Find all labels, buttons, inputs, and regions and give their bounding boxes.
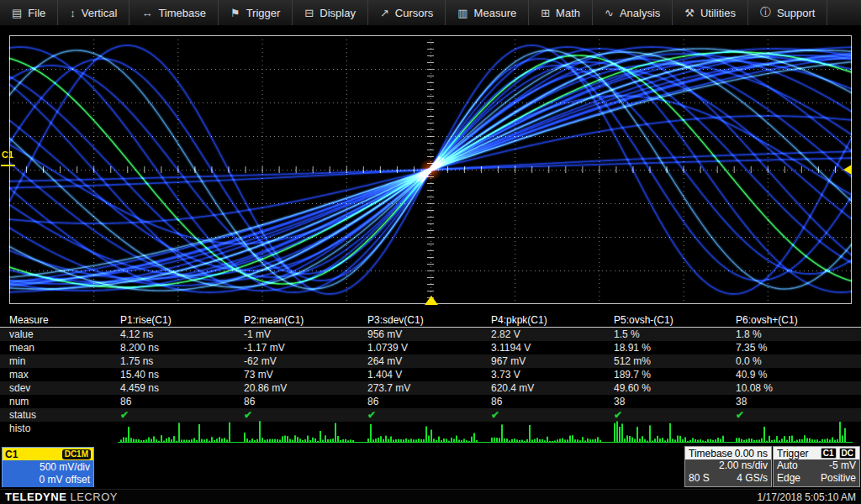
menu-label: Display	[320, 7, 356, 19]
status-check-icon: ✔	[367, 408, 491, 422]
measure-row-max: max15.40 ns73 mV1.404 V3.73 V189.7 %40.9…	[0, 368, 861, 381]
measure-value-cell: 967 mV	[491, 354, 614, 368]
measure-param-header[interactable]: P6:ovsh+(C1)	[736, 313, 861, 327]
menu-item-display[interactable]: ⊟Display	[293, 0, 368, 25]
measure-value-cell: 1.0739 V	[367, 341, 491, 354]
monitor-icon: ⊟	[304, 7, 314, 19]
status-check-icon: ✔	[614, 408, 736, 422]
measure-row-min: min1.75 ns-62 mV264 mV967 mV512 m%0.0 %	[0, 354, 861, 368]
menu-item-timebase[interactable]: ↔Timebase	[129, 0, 219, 25]
measure-param-header[interactable]: P1:rise(C1)	[120, 313, 244, 327]
measure-value-cell: 3.1194 V	[491, 341, 614, 354]
measure-param-header[interactable]: P3:sdev(C1)	[367, 313, 491, 327]
trigger-badges: C1 DC	[821, 448, 856, 459]
channel-scale: 500 mV/div	[3, 461, 90, 474]
measure-value-cell: 1.8 %	[736, 328, 861, 341]
measure-value-cell: 38	[614, 395, 736, 408]
menu-label: Utilities	[700, 7, 736, 19]
channel-coupling-badge: DC1M	[62, 449, 91, 459]
measure-value-cell: 38	[736, 395, 861, 408]
brand-logo: TELEDYNE LECROY	[5, 491, 118, 503]
channel-c1-settings: 500 mV/div 0 mV offset	[3, 460, 93, 487]
menu-label: Timebase	[158, 7, 206, 19]
measure-icon: ▥	[457, 7, 467, 19]
measure-row-label: mean	[0, 341, 120, 354]
menu-bar: ▤File↕Vertical↔Timebase⚑Trigger⊟Display↗…	[0, 0, 861, 26]
measure-value-cell: 2.82 V	[491, 328, 614, 341]
measure-histograms-canvas	[0, 421, 861, 444]
measure-value-cell: 3.73 V	[491, 368, 614, 381]
trigger-header: Trigger C1 DC	[774, 447, 859, 459]
measure-value-cell: 49.60 %	[614, 381, 736, 395]
measure-table: MeasureP1:rise(C1)P2:mean(C1)P3:sdev(C1)…	[0, 312, 861, 435]
measure-row-label: max	[0, 368, 120, 381]
oscilloscope-screen: ▤File↕Vertical↔Timebase⚑Trigger⊟Display↗…	[0, 0, 861, 504]
measure-header-label: Measure	[0, 313, 120, 327]
menu-label: Support	[777, 7, 816, 19]
flag-icon: ⚑	[230, 7, 240, 19]
measure-value-cell: 512 m%	[614, 354, 736, 368]
menu-label: Trigger	[246, 7, 281, 19]
waveform-grid-canvas[interactable]	[9, 35, 852, 304]
timebase-descriptor-box[interactable]: Timebase 0.00 ns 2.00 ns/div 80 S 4 GS/s	[684, 446, 772, 487]
measure-value-cell: 0.0 %	[736, 354, 861, 368]
timebase-header: Timebase 0.00 ns	[685, 447, 771, 459]
measure-row-value: value4.12 ns-1 mV956 mV2.82 V1.5 %1.8 %	[0, 328, 861, 341]
menu-item-support[interactable]: ⓘSupport	[748, 0, 828, 25]
measure-value-cell: 4.459 ns	[120, 381, 244, 395]
measure-value-cell: 264 mV	[367, 354, 491, 368]
status-bar: TELEDYNE LECROY 1/17/2018 5:05:10 AM	[0, 489, 861, 504]
measure-row-label: status	[0, 408, 120, 422]
menu-item-math[interactable]: ⊞Math	[529, 0, 593, 25]
measure-param-header[interactable]: P4:pkpk(C1)	[491, 313, 614, 327]
menu-label: Math	[556, 7, 580, 19]
channel-c1-offset-marker[interactable]	[1, 165, 15, 166]
brand-teledyne: TELEDYNE	[5, 491, 66, 503]
measure-value-cell: 20.86 mV	[244, 381, 367, 395]
channel-c1-descriptor-box[interactable]: C1 DC1M 500 mV/div 0 mV offset	[2, 447, 94, 487]
menu-item-cursors[interactable]: ↗Cursors	[368, 0, 446, 25]
measure-table-header: MeasureP1:rise(C1)P2:mean(C1)P3:sdev(C1)…	[0, 312, 861, 328]
measure-value-cell: 18.91 %	[614, 341, 736, 354]
timebase-title: Timebase	[689, 448, 732, 459]
status-check-icon: ✔	[244, 408, 367, 422]
menu-label: Measure	[474, 7, 517, 19]
menu-item-vertical[interactable]: ↕Vertical	[58, 0, 129, 25]
timebase-rate: 4 GS/s	[737, 472, 768, 485]
menu-label: Analysis	[620, 7, 660, 19]
timebase-sampling-line: 80 S 4 GS/s	[685, 472, 771, 485]
measure-value-cell: 620.4 mV	[491, 381, 614, 395]
trigger-descriptor-box[interactable]: Trigger C1 DC Auto -5 mV Edge Positive	[773, 446, 860, 487]
channel-offset: 0 mV offset	[3, 474, 90, 486]
measure-value-cell: 86	[367, 395, 491, 408]
measure-value-cell: 4.12 ns	[120, 328, 244, 341]
menu-item-measure[interactable]: ▥Measure	[446, 0, 529, 25]
measure-value-cell: -62 mV	[244, 354, 367, 368]
waveform-display: C1	[0, 25, 861, 312]
measure-value-cell: 7.35 %	[736, 341, 861, 354]
measure-param-header[interactable]: P2:mean(C1)	[244, 313, 367, 327]
menu-item-analysis[interactable]: ∿Analysis	[593, 0, 673, 25]
channel-c1-header: C1 DC1M	[3, 448, 93, 460]
menu-label: Cursors	[395, 7, 434, 19]
measure-row-num: num868686863838	[0, 395, 861, 408]
menu-label: Vertical	[82, 7, 118, 19]
menu-item-trigger[interactable]: ⚑Trigger	[219, 0, 293, 25]
trigger-level: -5 mV	[829, 459, 856, 472]
menu-item-utilities[interactable]: ⚒Utilities	[673, 0, 748, 25]
trigger-level-marker-icon[interactable]	[843, 165, 852, 175]
trigger-type-line: Edge Positive	[774, 472, 859, 485]
trigger-mode-line: Auto -5 mV	[774, 459, 859, 472]
menu-item-file[interactable]: ▤File	[0, 0, 58, 25]
measure-param-header[interactable]: P5:ovsh-(C1)	[614, 313, 736, 327]
measure-value-cell: 10.08 %	[736, 381, 861, 395]
trigger-source-badge: C1	[821, 448, 837, 459]
trigger-title: Trigger	[777, 448, 809, 459]
measure-value-cell: 40.9 %	[736, 368, 861, 381]
measure-row-mean: mean8.200 ns-1.17 mV1.0739 V3.1194 V18.9…	[0, 341, 861, 354]
measure-value-cell: 86	[491, 395, 614, 408]
measure-value-cell: 8.200 ns	[120, 341, 244, 354]
channel-c1-axis-label[interactable]: C1	[2, 150, 13, 160]
trigger-time-marker-icon[interactable]	[425, 296, 438, 305]
measure-row-label: value	[0, 328, 120, 341]
